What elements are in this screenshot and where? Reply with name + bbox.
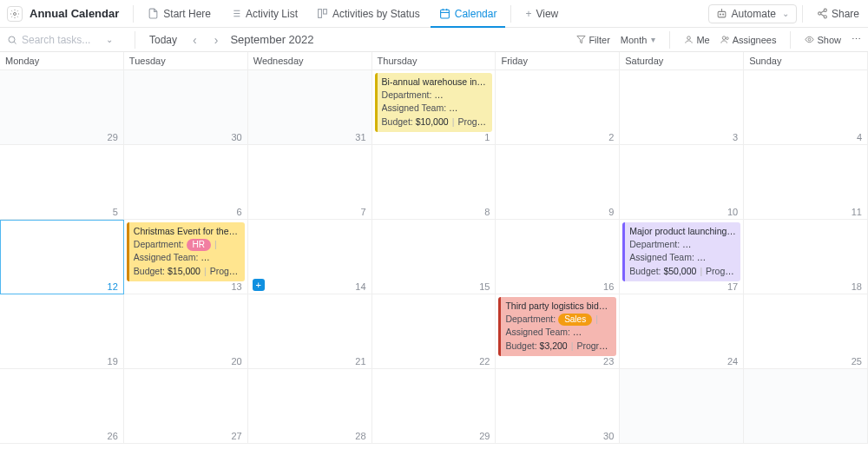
me-filter[interactable]: Me — [684, 35, 709, 45]
prev-month-button[interactable]: ‹ — [187, 33, 202, 47]
calendar-cell[interactable]: 22 — [372, 294, 496, 369]
field-label: Department: — [134, 239, 184, 249]
department-chip: Operations — [434, 89, 488, 102]
board-icon — [317, 8, 328, 19]
calendar-cell[interactable]: 5 — [0, 145, 124, 220]
search-input[interactable] — [22, 34, 100, 46]
automate-button[interactable]: Automate ⌄ — [708, 4, 797, 23]
field-label: Department: — [505, 314, 556, 324]
eye-icon — [805, 35, 814, 44]
share-icon — [817, 8, 828, 19]
day-number: 29 — [479, 431, 490, 441]
calendar-event[interactable]: Bi-annual warehouse inventory for spare … — [375, 73, 493, 132]
field-label: Progress: — [576, 340, 612, 351]
calendar-cell[interactable]: 6 — [124, 145, 248, 220]
calendar-cell[interactable]: 17Major product launching in New York Ci… — [620, 220, 744, 294]
tab-activities-by-status[interactable]: Activities by Status — [308, 0, 429, 28]
automate-label: Automate — [732, 8, 776, 20]
user-icon — [684, 35, 694, 44]
svg-point-15 — [722, 14, 723, 15]
day-number: 7 — [360, 207, 365, 217]
calendar-cell[interactable] — [744, 369, 868, 444]
day-number: 20 — [231, 356, 241, 367]
filter-button[interactable]: Filter — [576, 35, 609, 45]
calendar-cell[interactable]: 10 — [620, 145, 744, 220]
calendar-cell[interactable]: 16 — [496, 220, 620, 294]
calendar-cell[interactable]: 3 — [620, 70, 744, 145]
day-number: 4 — [857, 132, 862, 142]
tab-label: Activities by Status — [332, 8, 420, 20]
calendar-cell[interactable]: 20 — [124, 294, 248, 369]
calendar-event[interactable]: Third party logistics bidding activityDe… — [498, 297, 616, 356]
calendar-cell[interactable]: 23Third party logistics bidding activity… — [496, 294, 620, 369]
filter-label: Filter — [589, 35, 609, 45]
more-menu[interactable]: ⋯ — [852, 34, 861, 45]
next-month-button[interactable]: › — [209, 33, 224, 47]
calendar-cell[interactable]: 2 — [496, 70, 620, 145]
doc-icon — [148, 8, 159, 19]
calendar-cell[interactable]: 30 — [124, 70, 248, 145]
calendar-cell[interactable]: 13Christmas Event for the Team MembersDe… — [124, 220, 248, 294]
divider — [802, 5, 803, 23]
chevron-down-icon: ⌄ — [782, 9, 789, 18]
divider — [135, 31, 135, 49]
day-number: 13 — [231, 281, 241, 292]
calendar-cell[interactable]: 14+ — [248, 220, 372, 294]
share-button[interactable]: Share — [808, 8, 861, 20]
calendar-cell[interactable]: 27 — [124, 369, 248, 444]
show-button[interactable]: Show — [805, 35, 841, 45]
calendar-cell[interactable]: 1Bi-annual warehouse inventory for spare… — [372, 70, 496, 145]
tab-start-here[interactable]: Start Here — [139, 0, 220, 28]
search-box[interactable]: ⌄ — [7, 34, 124, 46]
calendar-grid: 2930311Bi-annual warehouse inventory for… — [0, 70, 868, 444]
day-number: 25 — [852, 356, 862, 367]
day-number: 5 — [113, 207, 118, 217]
calendar-cell[interactable]: 18 — [744, 220, 868, 294]
calendar-cell[interactable]: 28 — [248, 369, 372, 444]
calendar-cell[interactable]: 21 — [248, 294, 372, 369]
svg-point-18 — [819, 12, 821, 15]
calendar-cell[interactable]: 29 — [372, 369, 496, 444]
calendar-cell[interactable]: 12 — [0, 220, 124, 294]
calendar-cell[interactable]: 19 — [0, 294, 124, 369]
day-number: 6 — [237, 207, 242, 217]
calendar-cell[interactable]: 4 — [744, 70, 868, 145]
calendar-cell[interactable]: 26 — [0, 369, 124, 444]
calendar-event[interactable]: Christmas Event for the Team MembersDepa… — [127, 222, 245, 281]
day-number: 9 — [608, 207, 614, 217]
calendar-cell[interactable]: 30 — [496, 369, 620, 444]
list-icon — [230, 8, 241, 19]
svg-point-0 — [14, 12, 16, 15]
month-dropdown[interactable]: Month ▾ — [621, 35, 656, 45]
calendar-cell[interactable]: 11 — [744, 145, 868, 220]
assignees-filter[interactable]: Assignees — [720, 35, 777, 45]
svg-rect-8 — [324, 10, 327, 14]
divider — [669, 31, 670, 49]
svg-marker-24 — [577, 36, 585, 43]
calendar-cell[interactable] — [620, 369, 744, 444]
calendar-cell[interactable]: 29 — [0, 70, 124, 145]
calendar-cell[interactable]: 31 — [248, 70, 372, 145]
day-header: Sunday — [744, 52, 868, 70]
day-header: Tuesday — [124, 52, 248, 70]
calendar-cell[interactable]: 24 — [620, 294, 744, 369]
calendar-event[interactable]: Major product launching in New York City… — [622, 222, 740, 281]
add-task-button[interactable]: + — [253, 279, 265, 291]
svg-line-20 — [821, 11, 825, 13]
tab-activity-list[interactable]: Activity List — [221, 0, 306, 28]
workspace-title: Annual Calendar — [30, 7, 119, 20]
calendar-cell[interactable]: 7 — [248, 145, 372, 220]
calendar-cell[interactable]: 8 — [372, 145, 496, 220]
add-view-button[interactable]: + View — [516, 0, 567, 28]
team-chip: Team Delta — [201, 253, 240, 265]
day-headers-row: MondayTuesdayWednesdayThursdayFridaySatu… — [0, 52, 868, 70]
chevron-down-icon[interactable]: ⌄ — [106, 35, 113, 44]
calendar-cell[interactable]: 15 — [372, 220, 496, 294]
calendar-cell[interactable]: 9 — [496, 145, 620, 220]
tab-label: Start Here — [163, 8, 211, 20]
tab-calendar[interactable]: Calendar — [431, 0, 506, 28]
field-label: Department: — [382, 89, 432, 100]
today-button[interactable]: Today — [146, 34, 181, 46]
calendar-cell[interactable]: 25 — [744, 294, 868, 369]
assignees-label: Assignees — [733, 35, 777, 45]
